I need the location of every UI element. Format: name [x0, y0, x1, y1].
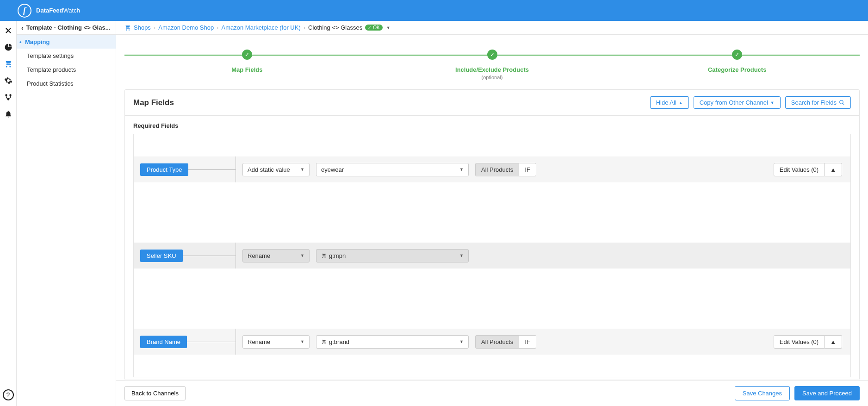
branch-icon[interactable] [4, 93, 12, 101]
if-label: IF [525, 166, 530, 173]
svg-line-4 [843, 103, 844, 105]
sidebar-item-mapping[interactable]: Mapping [17, 35, 116, 49]
hide-all-button[interactable]: Hide All ▲ [650, 96, 689, 109]
sidebar-item-label: Template settings [27, 52, 74, 59]
step-map-fields[interactable]: ✓ Map Fields [124, 50, 370, 80]
crumb-shops[interactable]: Shops [134, 24, 151, 31]
edit-values-group: Edit Values (0) ▲ [774, 163, 842, 176]
value-dropdown[interactable]: g:mpn ▼ [316, 249, 469, 262]
cart-icon [124, 25, 131, 31]
step-sublabel: (optional) [370, 75, 615, 80]
field-tag: Brand Name [140, 336, 187, 348]
sidebar-item-product-statistics[interactable]: Product Statistics [17, 76, 116, 90]
filter-if-button[interactable]: IF [519, 163, 536, 176]
field-tag: Product Type [140, 163, 188, 176]
brand-text: DataFeedWatch [36, 7, 80, 14]
collapse-button[interactable]: ▲ [825, 163, 842, 176]
field-row-seller-sku: Seller SKU Rename ▼ g:mpn [134, 220, 850, 306]
mode-label: Rename [248, 338, 270, 345]
field-row-product-type: Product Type Add static value ▼ e [134, 134, 850, 220]
if-label: IF [525, 338, 530, 345]
filter-toggle: All Products IF [475, 163, 536, 176]
search-label: Search for Fields [791, 99, 837, 106]
cart-icon[interactable] [4, 60, 12, 68]
pie-chart-icon[interactable] [4, 43, 12, 51]
filter-toggle: All Products IF [475, 335, 536, 349]
status-text: OK [373, 25, 379, 30]
connector-line [188, 169, 236, 170]
chevron-left-icon: ‹ [21, 24, 24, 31]
crumb-shop[interactable]: Amazon Demo Shop [158, 24, 214, 31]
filter-all-products-button[interactable]: All Products [475, 163, 519, 176]
crumb-sep: › [154, 24, 155, 31]
svg-point-1 [9, 94, 12, 96]
crumb-sep: › [304, 24, 305, 31]
cart-icon [321, 253, 327, 258]
sidebar-item-label: Mapping [25, 38, 50, 45]
sidebar: ‹ Template - Clothing <> Glas... Mapping… [17, 21, 116, 406]
sidebar-item-label: Template products [27, 66, 76, 73]
crumb-dropdown-caret[interactable]: ▼ [386, 25, 391, 30]
step-check-icon: ✓ [242, 50, 252, 60]
caret-down-icon: ▼ [459, 167, 464, 172]
proceed-label: Save and Proceed [802, 390, 852, 397]
stepper: ✓ Map Fields ✓ Include/Exclude Products … [116, 35, 868, 89]
connector-sep [236, 329, 236, 355]
connector-line [183, 256, 236, 256]
filter-all-products-button[interactable]: All Products [475, 335, 519, 349]
save-label: Save Changes [743, 390, 782, 397]
edit-label: Edit Values (0) [780, 338, 818, 345]
status-badge: OK [365, 25, 382, 31]
search-icon [839, 100, 845, 106]
crumb-template: Clothing <> Glasses [308, 24, 362, 31]
back-to-channels-button[interactable]: Back to Channels [124, 386, 186, 400]
hide-all-label: Hide All [656, 99, 676, 106]
crumb-channel[interactable]: Amazon Marketplace (for UK) [222, 24, 301, 31]
caret-down-icon: ▼ [300, 339, 304, 344]
sidebar-item-template-products[interactable]: Template products [17, 62, 116, 76]
caret-down-icon: ▼ [300, 167, 304, 172]
brand-bold: DataFeed [36, 7, 63, 14]
step-categorize[interactable]: ✓ Categorize Products [614, 50, 860, 80]
required-fields-label: Required Fields [125, 116, 859, 134]
mode-dropdown[interactable]: Rename ▼ [242, 335, 310, 349]
filter-if-button[interactable]: IF [519, 335, 536, 349]
save-proceed-button[interactable]: Save and Proceed [794, 386, 860, 400]
mode-dropdown[interactable]: Rename ▼ [242, 249, 310, 262]
help-icon[interactable]: ? [3, 389, 14, 400]
connector-line [187, 342, 236, 342]
panel-header: Map Fields Hide All ▲ Copy from Other Ch… [125, 90, 859, 116]
close-icon[interactable] [4, 26, 12, 35]
svg-point-0 [5, 94, 7, 96]
panel-title: Map Fields [133, 98, 174, 107]
breadcrumb: Shops › Amazon Demo Shop › Amazon Market… [116, 21, 868, 35]
value-label: g:brand [329, 338, 349, 345]
collapse-button[interactable]: ▲ [825, 335, 842, 349]
search-fields-button[interactable]: Search for Fields [785, 96, 851, 109]
mode-dropdown[interactable]: Add static value ▼ [242, 163, 310, 176]
value-dropdown[interactable]: g:brand ▼ [316, 335, 469, 349]
edit-values-button[interactable]: Edit Values (0) [774, 163, 825, 176]
sidebar-header-label: Template - Clothing <> Glas... [26, 24, 111, 31]
sidebar-back-button[interactable]: ‹ Template - Clothing <> Glas... [17, 21, 116, 35]
caret-down-icon: ▼ [459, 339, 464, 344]
gear-icon[interactable] [4, 76, 12, 85]
mode-label: Add static value [248, 166, 290, 173]
save-changes-button[interactable]: Save Changes [735, 386, 790, 400]
value-label: eyewear [321, 166, 344, 173]
caret-down-icon: ▼ [300, 253, 304, 258]
copy-channel-button[interactable]: Copy from Other Channel ▼ [694, 96, 781, 109]
bell-icon[interactable] [4, 110, 12, 118]
step-include-exclude[interactable]: ✓ Include/Exclude Products (optional) [370, 50, 615, 80]
svg-point-3 [840, 100, 843, 104]
icon-rail: ? [0, 21, 17, 406]
edit-values-button[interactable]: Edit Values (0) [774, 335, 825, 349]
sidebar-item-template-settings[interactable]: Template settings [17, 49, 116, 62]
edit-label: Edit Values (0) [780, 166, 818, 173]
value-dropdown[interactable]: eyewear ▼ [316, 163, 469, 176]
cart-icon [321, 339, 327, 344]
brand-bar: f DataFeedWatch [0, 0, 868, 21]
edit-values-group: Edit Values (0) ▲ [774, 335, 842, 349]
filter-label: All Products [481, 166, 513, 173]
step-label: Map Fields [124, 66, 370, 73]
